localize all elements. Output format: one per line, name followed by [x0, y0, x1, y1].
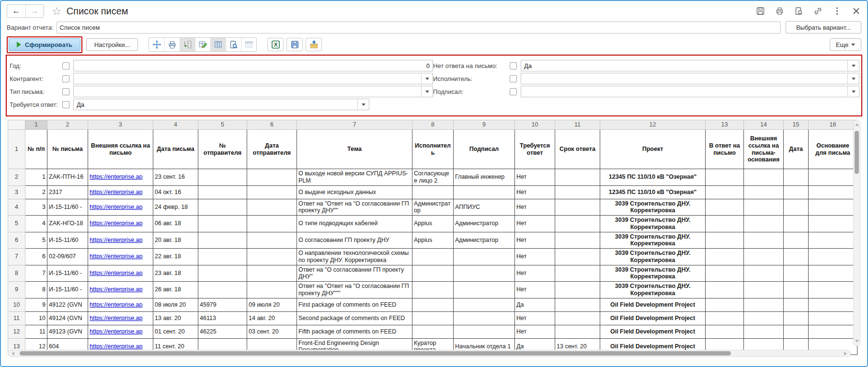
grid-cell[interactable] — [412, 265, 454, 282]
column-number-cell[interactable]: 10 — [515, 120, 555, 130]
grid-cell[interactable]: Нет — [515, 185, 555, 199]
header-cell[interactable]: Внешняя ссылка на письма-основания — [744, 130, 784, 169]
grid-cell[interactable] — [555, 282, 600, 298]
grid-cell[interactable] — [744, 169, 784, 186]
grid-cell[interactable]: https://enterprise.ap — [88, 311, 153, 325]
letter-external-link[interactable]: https://enterprise.ap — [90, 301, 142, 308]
grid-cell[interactable]: 46225 — [198, 325, 247, 338]
filter-checkbox[interactable] — [510, 75, 517, 82]
grid-cell[interactable] — [744, 298, 784, 311]
grid-cell[interactable]: 3 — [25, 199, 47, 216]
grid-cell[interactable]: Нет — [515, 199, 555, 216]
header-cell[interactable]: Тема — [297, 130, 412, 169]
column-number-cell[interactable]: 13 — [706, 120, 744, 130]
grid-cell[interactable]: И-15-11/60 — [47, 232, 88, 249]
grid-cell[interactable] — [744, 265, 784, 282]
grid-cell[interactable] — [555, 216, 600, 232]
grid-cell[interactable] — [706, 232, 744, 249]
grid-cell[interactable] — [555, 169, 600, 186]
grid-cell[interactable] — [198, 199, 247, 216]
vertical-scrollbar[interactable] — [853, 120, 860, 346]
more-icon[interactable] — [832, 6, 842, 16]
grid-cell[interactable]: Нет — [515, 265, 555, 282]
filter-checkbox[interactable] — [510, 88, 517, 95]
grid-cell[interactable]: Главный инженер — [454, 169, 515, 186]
grid-cell[interactable] — [784, 216, 809, 232]
grid-cell[interactable] — [784, 169, 809, 186]
header-cell[interactable]: Проект — [600, 130, 706, 169]
grid-cell[interactable] — [706, 298, 744, 311]
grid-cell[interactable] — [247, 185, 297, 199]
column-number-cell[interactable]: 4 — [153, 120, 198, 130]
row-number-cell[interactable]: 11 — [8, 311, 25, 325]
grid-cell[interactable] — [706, 282, 744, 298]
filter-field[interactable] — [73, 86, 433, 97]
grid-cell[interactable]: 13 авг. 20 — [153, 311, 198, 325]
grid-cell[interactable]: Нет — [515, 216, 555, 232]
grid-cell[interactable]: 08 июля 20 — [153, 298, 198, 311]
header-cell[interactable]: Исполнитель — [412, 130, 454, 169]
filter-field[interactable]: Да — [521, 60, 859, 71]
grid-cell[interactable]: Ответ на "Ответ на "О согласовании ГП пр… — [297, 199, 412, 216]
letter-external-link[interactable]: https://enterprise.ap — [90, 220, 142, 227]
row-number-cell[interactable]: 3 — [8, 185, 25, 199]
grid-cell[interactable]: https://enterprise.ap — [88, 169, 153, 186]
grid-cell[interactable]: Ответ на "Ответ на "О согласовании ГП пр… — [297, 282, 412, 298]
header-cell[interactable]: № отправителя — [198, 130, 247, 169]
header-cell[interactable]: Дата письма — [153, 130, 198, 169]
row-number-cell[interactable]: 9 — [8, 282, 25, 298]
letter-external-link[interactable]: https://enterprise.ap — [90, 286, 142, 293]
column-number-cell[interactable]: 12 — [600, 120, 706, 130]
grid-cell[interactable]: Согласующее лицо 2 — [412, 169, 454, 186]
grid-cell[interactable] — [198, 265, 247, 282]
grid-cell[interactable] — [555, 311, 600, 325]
column-number-cell[interactable]: 9 — [454, 120, 515, 130]
scroll-down-icon[interactable] — [855, 340, 859, 343]
generate-button[interactable]: Сформировать — [9, 38, 80, 51]
filter-field[interactable] — [521, 86, 859, 97]
grid-cell[interactable]: Нет — [515, 311, 555, 325]
grid-cell[interactable]: 3039 Строительство ДНУ. Корректировка — [600, 232, 706, 249]
grid-cell[interactable] — [809, 199, 857, 216]
cells-icon[interactable] — [241, 38, 256, 51]
grid-cell[interactable] — [744, 216, 784, 232]
letter-external-link[interactable]: https://enterprise.ap — [90, 343, 142, 350]
grid-cell[interactable] — [454, 249, 515, 265]
favorite-star-icon[interactable]: ☆ — [52, 5, 62, 18]
grid-cell[interactable]: 01 сент. 20 — [153, 325, 198, 338]
grid-cell[interactable]: 3039 Строительство ДНУ. Корректировка — [600, 265, 706, 282]
grid-cell[interactable]: 23 сент. 16 — [153, 169, 198, 186]
filter-value[interactable]: 0 — [74, 62, 433, 69]
grid-cell[interactable]: Нет — [515, 282, 555, 298]
header-cell[interactable]: Требуется ответ — [515, 130, 555, 169]
grid-cell[interactable]: 2317 — [47, 185, 88, 199]
grid-cell[interactable]: Администратор — [412, 199, 454, 216]
dropdown-button[interactable] — [847, 73, 859, 84]
grid-cell[interactable]: О типе подводящих кабелей — [297, 216, 412, 232]
grid-cell[interactable]: 3039 Строительство ДНУ. Корректировка — [600, 282, 706, 298]
grid-cell[interactable] — [706, 199, 744, 216]
column-number-cell[interactable]: 7 — [297, 120, 412, 130]
grid-cell[interactable] — [706, 185, 744, 199]
letter-external-link[interactable]: https://enterprise.ap — [90, 253, 142, 260]
grid-cell[interactable]: https://enterprise.ap — [88, 265, 153, 282]
grid-cell[interactable] — [454, 325, 515, 338]
grid-cell[interactable]: 7 — [25, 265, 47, 282]
column-number-cell[interactable]: 2 — [47, 120, 88, 130]
grid-cell[interactable]: https://enterprise.ap — [88, 199, 153, 216]
grid-cell[interactable]: О согласовании ГП проекту ДНУ — [297, 232, 412, 249]
grid-cell[interactable]: https://enterprise.ap — [88, 282, 153, 298]
header-cell[interactable]: Внешняя ссылка на письмо — [88, 130, 153, 169]
grid-cell[interactable]: Ответ на "О согласовании ГП проекту ДНУ" — [297, 265, 412, 282]
row-number-cell[interactable]: 7 — [8, 249, 25, 265]
grid-cell[interactable] — [809, 216, 857, 232]
grid-cell[interactable] — [784, 249, 809, 265]
grid-cell[interactable] — [784, 298, 809, 311]
filter-value[interactable]: Да — [74, 101, 357, 108]
grid-cell[interactable] — [412, 325, 454, 338]
letter-external-link[interactable]: https://enterprise.ap — [90, 237, 142, 243]
filter-field[interactable]: 0 — [73, 60, 433, 71]
grid-cell[interactable] — [784, 265, 809, 282]
column-number-cell[interactable]: 14 — [744, 120, 784, 130]
grid-cell[interactable] — [198, 232, 247, 249]
